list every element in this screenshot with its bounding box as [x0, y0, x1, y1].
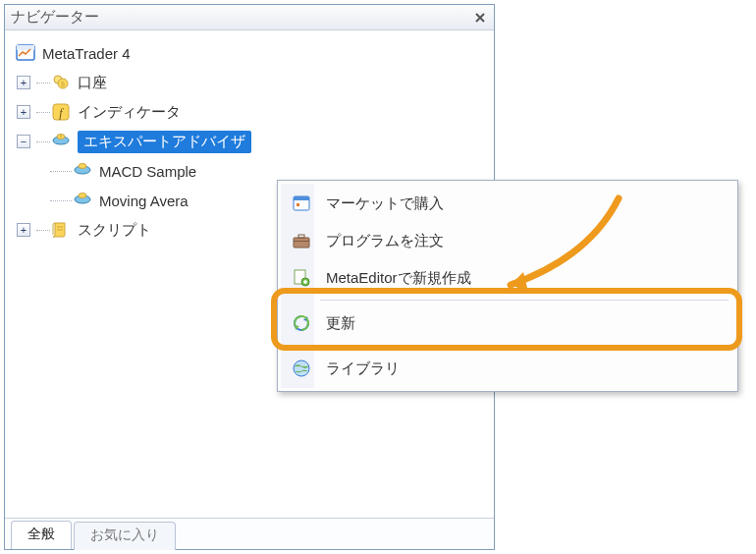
script-icon — [50, 219, 72, 241]
svg-rect-19 — [294, 241, 309, 242]
menu-metaeditor-create[interactable]: MetaEditorで新規作成 — [281, 259, 734, 297]
tree-label: 口座 — [78, 74, 107, 92]
app-icon — [15, 42, 36, 64]
tree-label: MACD Sample — [99, 163, 196, 180]
svg-text:$: $ — [61, 81, 65, 87]
expand-icon[interactable]: + — [17, 223, 30, 237]
svg-rect-15 — [294, 196, 309, 200]
indicators-icon: f — [50, 101, 72, 123]
menu-buy-market[interactable]: マーケットで購入 — [281, 185, 734, 222]
tree-node-root[interactable]: MetaTrader 4 — [9, 38, 490, 68]
collapse-icon[interactable]: − — [17, 135, 30, 148]
svg-rect-1 — [17, 45, 34, 50]
svg-point-9 — [60, 136, 62, 138]
tree-label: スクリプト — [78, 221, 151, 240]
menu-order-program[interactable]: プログラムを注文 — [281, 222, 734, 259]
tree-label: インディケータ — [78, 103, 181, 122]
context-menu: マーケットで購入 プログラムを注文 MetaEditorで新規作成 — [277, 180, 738, 392]
panel-tabs: 全般 お気に入り — [5, 518, 494, 549]
menu-label: 更新 — [326, 314, 355, 333]
tree-label-selected: エキスパートアドバイザ — [78, 131, 251, 153]
menu-library[interactable]: ライブラリ — [281, 350, 734, 387]
close-icon[interactable] — [472, 10, 488, 26]
panel-titlebar: ナビゲーター — [5, 5, 494, 30]
tree-node-indicators[interactable]: + f インディケータ — [9, 97, 490, 127]
menu-separator — [320, 345, 729, 347]
svg-rect-18 — [298, 235, 304, 238]
refresh-icon — [291, 312, 312, 334]
expand-icon[interactable]: + — [17, 76, 30, 89]
globe-icon — [291, 358, 312, 379]
expert-advisor-icon — [72, 190, 93, 211]
menu-refresh[interactable]: 更新 — [281, 305, 734, 342]
expert-advisor-icon — [50, 131, 72, 152]
svg-point-11 — [79, 164, 86, 169]
svg-rect-17 — [294, 238, 309, 248]
metaeditor-icon — [291, 267, 312, 289]
tree-node-accounts[interactable]: + $ 口座 — [9, 68, 490, 97]
svg-point-22 — [294, 360, 309, 376]
expand-icon[interactable]: + — [17, 105, 30, 119]
svg-point-13 — [79, 194, 86, 198]
accounts-icon: $ — [50, 72, 72, 93]
menu-separator — [320, 300, 729, 302]
menu-label: マーケットで購入 — [326, 194, 444, 213]
briefcase-icon — [291, 230, 312, 251]
tree-label: Moving Avera — [99, 193, 189, 209]
tree-node-experts[interactable]: − エキスパートアドバイザ — [9, 127, 490, 156]
svg-rect-16 — [297, 203, 299, 206]
panel-title: ナビゲーター — [11, 8, 99, 27]
calendar-icon — [291, 193, 312, 214]
menu-label: ライブラリ — [326, 360, 400, 378]
expert-advisor-icon — [72, 160, 93, 182]
tree-label: MetaTrader 4 — [42, 45, 130, 62]
tab-favorites[interactable]: お気に入り — [74, 522, 176, 550]
menu-label: プログラムを注文 — [326, 232, 444, 250]
tab-general[interactable]: 全般 — [11, 521, 72, 549]
menu-label: MetaEditorで新規作成 — [326, 269, 471, 288]
